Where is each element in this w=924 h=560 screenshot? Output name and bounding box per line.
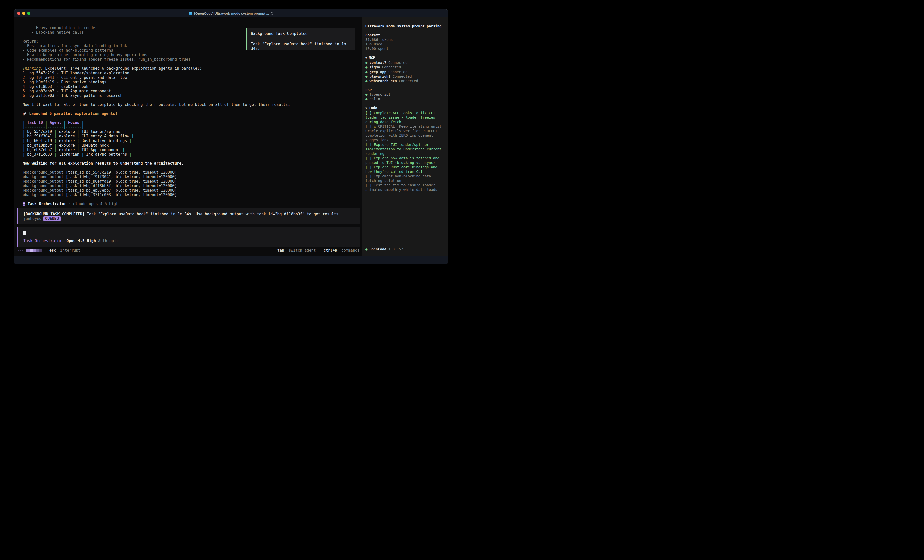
mcp-item: ●context7Connected — [365, 60, 444, 65]
agent-name: Task-Orchestrator — [28, 202, 66, 206]
launch-line: Launched 6 parallel exploration agents! — [14, 111, 362, 116]
table-row: | bg_eb87ebb7 | explore | TUI App compon… — [14, 148, 362, 152]
status-dot-icon: ● — [365, 79, 368, 83]
agent-list: 1. bg_5547c219 - TUI loader/spinner expl… — [22, 71, 362, 98]
mcp-item: ●figmaConnected — [365, 65, 444, 69]
tool-call-line: ⚙background_output [task_id=bg_5547c219,… — [14, 170, 362, 175]
queued-row: junhoyeoQUEUED — [23, 216, 356, 221]
launch-text: Launched 6 parallel exploration agents! — [29, 111, 117, 116]
agent-model: claude-opus-4-5-high — [73, 202, 118, 206]
tool-call-list: ⚙background_output [task_id=bg_5547c219,… — [14, 170, 362, 197]
todo-item: [ ] Explore how data is fetched and pass… — [365, 156, 444, 165]
spinner-dots-icon — [18, 250, 23, 251]
input-provider-name: Anthropic — [98, 239, 118, 243]
sidebar-footer: ●OpenCode1.0.152 — [365, 247, 444, 252]
tool-call-line: ⚙background_output [task_id=bg_37f1c003,… — [14, 193, 362, 197]
table-row: | bg_f9ff3041 | explore | CLI entry & da… — [14, 134, 362, 138]
agents-table: | Task ID | Agent | Focus ||---------|--… — [14, 120, 362, 157]
esc-key-hint: esc — [50, 248, 56, 253]
context-used: 16% used — [365, 42, 444, 46]
gear-icon: ⚙ — [22, 175, 25, 179]
todo-item: [ ] Explore Rust core bindings and how t… — [365, 165, 444, 174]
traffic-lights — [17, 9, 30, 17]
toast-body: Task "Explore useData hook" finished in … — [251, 42, 351, 51]
table-row: | bg_b0effa19 | explore | Rust native bi… — [14, 138, 362, 143]
queued-badge: QUEUED — [44, 216, 60, 221]
agent-list-item: 2. bg_f9ff3041 - CLI entry point and dat… — [22, 75, 362, 80]
terminal-text-line: - How to keep spinner animating during h… — [14, 53, 362, 57]
thinking-block: Thinking: Excellent! I've launched 6 bac… — [18, 66, 362, 107]
lsp-item: ●eslint — [365, 97, 444, 101]
chevron-down-icon: ▼ — [365, 106, 367, 110]
gear-icon: ⚙ — [22, 184, 25, 188]
separator-dot: · — [69, 202, 71, 206]
agent-list-item: 6. bg_37f1c003 - Ink async patterns rese… — [22, 93, 362, 98]
background-task-panel: [BACKGROUND TASK COMPLETED] Task "Explor… — [17, 208, 360, 224]
sidebar: Ultrawork mode system prompt parsing Con… — [362, 17, 448, 256]
esc-key-label: interrupt — [60, 248, 80, 253]
context-section: Context 31,686 tokens 16% used $0.00 spe… — [365, 33, 444, 51]
todo-heading-toggle[interactable]: ▼Todo — [365, 106, 444, 111]
ctrlp-key-label: commands — [342, 248, 360, 253]
table-row: | bg_37f1c003 | librarian | Ink async pa… — [14, 152, 362, 157]
todo-section: ▼Todo [ ] Complete ALL tasks to fix CLI … — [365, 106, 444, 192]
table-row: | bg_5547c219 | explore | TUI loader/spi… — [14, 129, 362, 134]
terminal-pane: - Heavy computation in render - Blocking… — [14, 17, 362, 256]
status-dot-icon: ● — [365, 247, 368, 251]
thinking-text: Excellent! I've launched 6 background ex… — [45, 66, 202, 71]
text-cursor — [23, 231, 26, 235]
window-title: [OpenCode] Ultrawork mode system prompt … — [194, 12, 269, 15]
lsp-section: LSP ●typescript●eslint — [365, 88, 444, 101]
lsp-item: ●typescript — [365, 92, 444, 97]
brand-code: Code — [378, 247, 386, 251]
todo-item: [ ] ⚠ CRITICAL: Keep iterating until Ora… — [365, 124, 444, 142]
thinking-label: Thinking: — [22, 66, 43, 71]
mcp-item: ●websearch_exaConnected — [365, 79, 444, 83]
maximize-window-button[interactable] — [27, 12, 30, 15]
folder-icon — [189, 12, 192, 15]
tool-call-line: ⚙background_output [task_id=bg_f9ff3041,… — [14, 175, 362, 179]
prompt-input[interactable]: Task-Orchestrator Opus 4.5 High Anthropi… — [17, 227, 360, 247]
orchestrator-header: Task-Orchestrator · claude-opus-4-5-high — [14, 202, 362, 206]
close-window-button[interactable] — [17, 12, 20, 15]
status-dot-icon: ● — [365, 65, 368, 69]
ctrlp-key-hint: ctrl+p — [324, 248, 337, 253]
status-dot-icon: ● — [365, 70, 368, 74]
gear-icon: ⚙ — [22, 188, 25, 193]
titlebar: [OpenCode] Ultrawork mode system prompt … — [14, 9, 448, 17]
todo-item: [ ] Test the fix to ensure loader animat… — [365, 183, 444, 192]
terminal-content: - Heavy computation in render - Blocking… — [14, 17, 362, 248]
tool-call-line: ⚙background_output [task_id=bg_eb87ebb7,… — [14, 188, 362, 193]
toast-notification[interactable]: Background Task Completed Task "Explore … — [246, 28, 355, 50]
proxy-circle-icon — [271, 12, 273, 15]
gear-icon: ⚙ — [22, 170, 25, 175]
input-meta-row: Task-Orchestrator Opus 4.5 High Anthropi… — [23, 239, 356, 243]
minimize-window-button[interactable] — [22, 12, 25, 15]
wait-line: Now I'll wait for all of them to complet… — [22, 102, 362, 107]
warning-icon: ⚠ — [374, 124, 376, 129]
mcp-heading-toggle[interactable]: ▼MCP — [365, 55, 444, 60]
agent-list-item: 3. bg_b0effa19 - Rust native bindings — [22, 80, 362, 84]
spinner-bar-icon — [26, 249, 42, 252]
brand-open: Open — [369, 247, 378, 251]
username: junhoyeo — [23, 216, 41, 221]
app-window: [OpenCode] Ultrawork mode system prompt … — [14, 9, 448, 265]
tool-call-line: ⚙background_output [task_id=bg_df18bb3f,… — [14, 184, 362, 188]
table-header-row: | Task ID | Agent | Focus | — [14, 120, 362, 125]
table-separator-row: |---------|-------|-------| — [14, 125, 362, 129]
context-tokens: 31,686 tokens — [365, 37, 444, 42]
lsp-heading: LSP — [365, 88, 444, 92]
agent-list-item: 5. bg_eb87ebb7 - TUI App main component — [22, 89, 362, 93]
context-spent: $0.00 spent — [365, 46, 444, 51]
gear-icon: ⚙ — [22, 179, 25, 184]
gear-icon: ⚙ — [22, 193, 25, 197]
todo-item: [ ] Complete ALL tasks to fix CLI loader… — [365, 111, 444, 124]
waiting-line: Now waiting for all exploration results … — [14, 161, 362, 166]
status-dot-icon: ● — [365, 97, 368, 101]
agent-list-item: 4. bg_df18bb3f - useData hook — [22, 84, 362, 89]
window-footer — [14, 256, 448, 264]
tab-key-label: switch agent — [288, 248, 316, 253]
toast-title: Background Task Completed — [251, 31, 351, 36]
completed-label: [BACKGROUND TASK COMPLETED] — [23, 212, 85, 216]
session-title: Ultrawork mode system prompt parsing — [365, 24, 444, 28]
